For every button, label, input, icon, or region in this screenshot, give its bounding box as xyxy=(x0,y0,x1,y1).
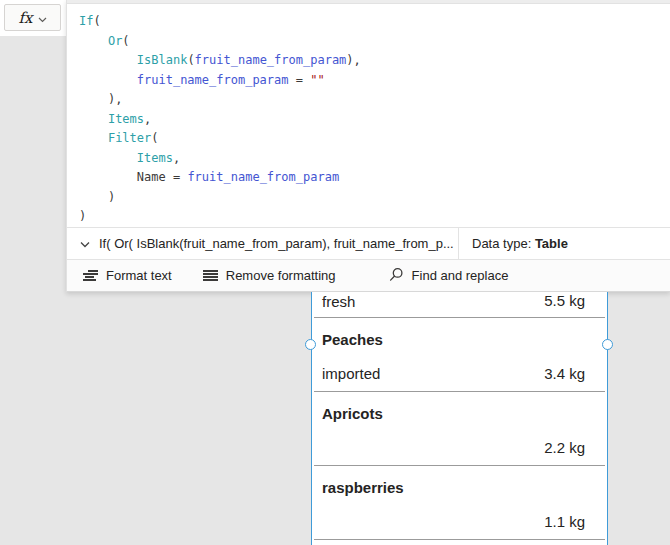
formula-code-line: ) xyxy=(79,207,660,227)
item-value-row: imported3.4 kg xyxy=(322,365,585,382)
gallery-item[interactable]: Peachesimported3.4 kg xyxy=(312,318,607,391)
find-and-replace-label: Find and replace xyxy=(412,268,509,283)
formula-code[interactable]: If( Or( IsBlank(fruit_name_from_param), … xyxy=(67,5,670,227)
formula-bar-chrome: fx xyxy=(0,0,66,36)
item-weight: 1.1 kg xyxy=(544,513,585,530)
formula-code-line: If( xyxy=(79,12,660,32)
gallery[interactable]: fresh5.5 kgPeachesimported3.4 kgApricots… xyxy=(311,292,608,545)
data-type-value: Table xyxy=(535,236,568,251)
format-text-icon xyxy=(83,270,98,282)
find-and-replace-button[interactable]: Find and replace xyxy=(389,267,509,285)
gallery-row-separator xyxy=(314,539,605,540)
formula-panel-resize-grip[interactable] xyxy=(67,0,670,4)
power-apps-studio: { "colors": { "selection": "#3f9bd8", "s… xyxy=(0,0,670,545)
item-title: Apricots xyxy=(322,405,383,422)
item-value-row: 1.1 kg xyxy=(322,513,585,530)
format-text-label: Format text xyxy=(106,268,172,283)
formula-code-line: ) xyxy=(79,188,660,208)
formula-toolbar: Format text Remove formatting Find and r… xyxy=(67,259,670,291)
collapse-chevron-icon[interactable] xyxy=(80,236,90,251)
formula-code-line: fruit_name_from_param = "" xyxy=(79,71,660,91)
formula-code-line: Filter( xyxy=(79,129,660,149)
summary-divider xyxy=(458,228,459,259)
data-type-info: Data type: Table xyxy=(472,236,568,251)
chevron-down-icon xyxy=(38,9,47,27)
fx-dropdown-button[interactable]: fx xyxy=(4,4,61,31)
formula-code-line: Items, xyxy=(79,149,660,169)
formula-code-line: ), xyxy=(79,90,660,110)
fx-icon: fx xyxy=(18,9,32,27)
item-weight: 3.4 kg xyxy=(544,365,585,382)
formula-code-line: Items, xyxy=(79,110,660,130)
formula-code-line: Name = fruit_name_from_param xyxy=(79,168,660,188)
selection-handle-right[interactable] xyxy=(602,339,613,350)
formula-panel: If( Or( IsBlank(fruit_name_from_param), … xyxy=(66,0,670,292)
remove-formatting-label: Remove formatting xyxy=(226,268,336,283)
formula-code-line: IsBlank(fruit_name_from_param), xyxy=(79,51,660,71)
item-weight: 2.2 kg xyxy=(544,439,585,456)
search-icon xyxy=(389,267,404,285)
item-weight: 5.5 kg xyxy=(544,292,585,309)
item-title: raspberries xyxy=(322,479,404,496)
formula-summary-text: If( Or( IsBlank(fruit_name_from_param), … xyxy=(99,236,454,251)
format-text-button[interactable]: Format text xyxy=(83,268,172,283)
item-subtitle: imported xyxy=(322,365,380,382)
selection-handle-left[interactable] xyxy=(305,339,316,350)
data-type-label: Data type: xyxy=(472,236,535,251)
remove-formatting-button[interactable]: Remove formatting xyxy=(203,268,336,283)
formula-summary-bar[interactable]: If( Or( IsBlank(fruit_name_from_param), … xyxy=(67,227,670,259)
formula-code-line: Or( xyxy=(79,32,660,52)
item-title: Peaches xyxy=(322,331,383,348)
gallery-item[interactable]: Apricots2.2 kg xyxy=(312,392,607,465)
gallery-item-partial[interactable]: fresh5.5 kg xyxy=(312,292,607,317)
gallery-item[interactable]: raspberries1.1 kg xyxy=(312,466,607,539)
item-subtitle: fresh xyxy=(322,293,355,310)
item-value-row: 2.2 kg xyxy=(322,439,585,456)
remove-formatting-icon xyxy=(203,270,218,282)
